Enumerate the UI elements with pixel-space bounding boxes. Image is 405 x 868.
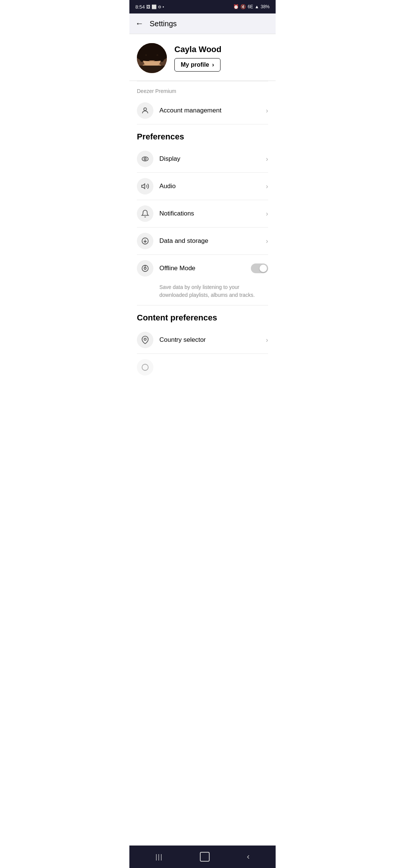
data-storage-chevron-icon: › [266,237,268,245]
audio-chevron-icon: › [266,183,268,190]
mute-icon: 🔇 [240,4,246,9]
next-icon-wrap [137,359,153,376]
offline-mode-icon-wrap [137,260,153,277]
page-title: Settings [150,19,177,28]
notifications-item[interactable]: Notifications › [129,200,276,227]
display-icon-wrap [137,151,153,167]
svg-point-0 [144,108,146,111]
wifi-icon: ▲ [255,4,259,9]
location-icon [141,336,149,344]
svg-point-10 [142,364,148,371]
audio-icon-wrap [137,178,153,195]
notifications-label: Notifications [159,210,266,217]
display-item[interactable]: Display › [129,145,276,172]
country-selector-chevron-icon: › [266,336,268,344]
download-icon [141,237,149,245]
svg-point-9 [144,338,146,340]
status-left: 8:54 🖼 ⬜ ⊖ • [135,4,164,10]
bell-icon [141,210,149,218]
speaker-icon [141,182,149,190]
offline-mode-label: Offline Mode [159,265,251,272]
offline-mode-toggle[interactable] [251,263,268,273]
audio-item[interactable]: Audio › [129,173,276,200]
offline-icon [141,264,149,272]
offline-mode-toggle-wrap [251,263,268,273]
audio-label: Audio [159,183,266,190]
status-time: 8:54 [135,4,145,10]
my-profile-button[interactable]: My profile › [174,58,220,72]
account-icon-wrap [137,102,153,119]
display-chevron-icon: › [266,155,268,163]
svg-point-2 [144,158,146,160]
profile-section: Cayla Wood My profile › [129,34,276,81]
svg-marker-3 [142,184,145,189]
content-preferences-heading: Content preferences [129,305,276,326]
country-selector-icon-wrap [137,332,153,348]
country-selector-label: Country selector [159,336,266,344]
svg-point-1 [142,157,148,161]
notifications-chevron-icon: › [266,210,268,218]
display-label: Display [159,155,266,163]
offline-mode-item[interactable]: Offline Mode [129,255,276,282]
signal-icon: 6E [248,4,253,9]
battery-text: 38% [261,4,270,9]
data-storage-icon-wrap [137,233,153,249]
profile-info: Cayla Wood My profile › [174,45,222,72]
preferences-heading: Preferences [129,124,276,145]
my-profile-label: My profile [181,61,209,68]
back-button[interactable]: ← [135,19,144,28]
status-icons: 🖼 ⬜ ⊖ • [146,4,164,9]
next-item-partial [129,354,276,381]
person-icon [141,106,149,115]
my-profile-chevron-icon: › [212,61,214,68]
country-selector-item[interactable]: Country selector › [129,326,276,353]
profile-name: Cayla Wood [174,45,222,54]
account-management-item[interactable]: Account management › [129,97,276,124]
eye-icon [141,155,149,163]
content-scroll: Cayla Wood My profile › Deezer Premium A… [129,34,276,407]
status-right: ⏰ 🔇 6E ▲ 38% [233,4,270,9]
avatar [137,43,167,73]
alarm-icon: ⏰ [233,4,239,9]
data-storage-label: Data and storage [159,237,266,245]
account-chevron-icon: › [266,107,268,115]
data-storage-item[interactable]: Data and storage › [129,227,276,254]
account-management-label: Account management [159,107,266,114]
notifications-icon-wrap [137,205,153,222]
svg-point-7 [144,267,146,269]
top-bar: ← Settings [129,13,276,34]
deezer-premium-label: Deezer Premium [129,81,276,97]
more-icon [141,363,149,371]
offline-description: Save data by only listening to your down… [129,282,276,305]
status-bar: 8:54 🖼 ⬜ ⊖ • ⏰ 🔇 6E ▲ 38% [129,0,276,13]
